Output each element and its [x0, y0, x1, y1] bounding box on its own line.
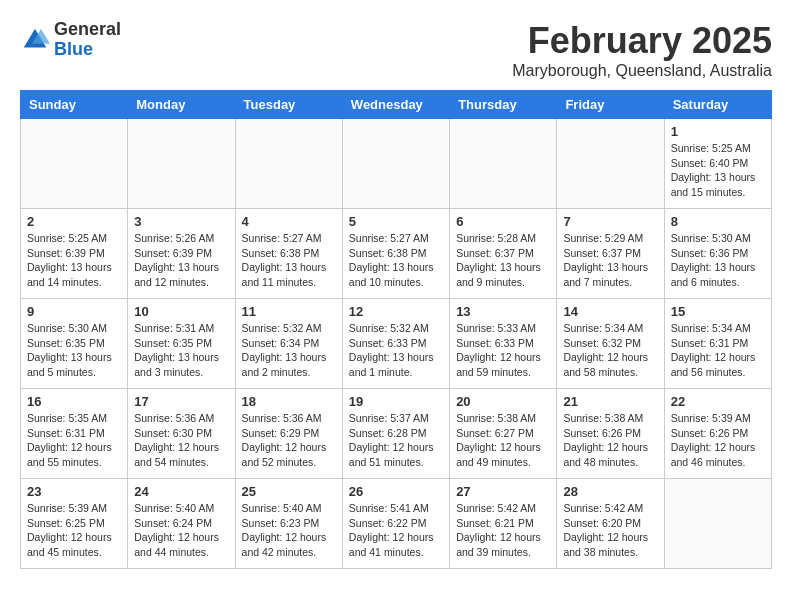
day-info: Sunrise: 5:26 AM Sunset: 6:39 PM Dayligh… [134, 231, 228, 290]
day-number: 27 [456, 484, 550, 499]
calendar-cell: 12Sunrise: 5:32 AM Sunset: 6:33 PM Dayli… [342, 299, 449, 389]
day-number: 8 [671, 214, 765, 229]
day-number: 28 [563, 484, 657, 499]
day-number: 5 [349, 214, 443, 229]
calendar-cell: 6Sunrise: 5:28 AM Sunset: 6:37 PM Daylig… [450, 209, 557, 299]
calendar-cell [235, 119, 342, 209]
logo-blue-text: Blue [54, 39, 93, 59]
page-header: General Blue February 2025 Maryborough, … [20, 20, 772, 80]
day-info: Sunrise: 5:37 AM Sunset: 6:28 PM Dayligh… [349, 411, 443, 470]
day-info: Sunrise: 5:42 AM Sunset: 6:21 PM Dayligh… [456, 501, 550, 560]
day-info: Sunrise: 5:28 AM Sunset: 6:37 PM Dayligh… [456, 231, 550, 290]
calendar-cell: 25Sunrise: 5:40 AM Sunset: 6:23 PM Dayli… [235, 479, 342, 569]
day-info: Sunrise: 5:35 AM Sunset: 6:31 PM Dayligh… [27, 411, 121, 470]
day-info: Sunrise: 5:39 AM Sunset: 6:26 PM Dayligh… [671, 411, 765, 470]
calendar-cell [21, 119, 128, 209]
weekday-header-wednesday: Wednesday [342, 91, 449, 119]
day-info: Sunrise: 5:40 AM Sunset: 6:24 PM Dayligh… [134, 501, 228, 560]
calendar-cell: 7Sunrise: 5:29 AM Sunset: 6:37 PM Daylig… [557, 209, 664, 299]
day-number: 17 [134, 394, 228, 409]
day-number: 10 [134, 304, 228, 319]
day-info: Sunrise: 5:34 AM Sunset: 6:31 PM Dayligh… [671, 321, 765, 380]
weekday-header-sunday: Sunday [21, 91, 128, 119]
calendar-cell [342, 119, 449, 209]
day-number: 11 [242, 304, 336, 319]
calendar-table: SundayMondayTuesdayWednesdayThursdayFrid… [20, 90, 772, 569]
calendar-cell: 23Sunrise: 5:39 AM Sunset: 6:25 PM Dayli… [21, 479, 128, 569]
day-info: Sunrise: 5:25 AM Sunset: 6:39 PM Dayligh… [27, 231, 121, 290]
calendar-cell: 5Sunrise: 5:27 AM Sunset: 6:38 PM Daylig… [342, 209, 449, 299]
calendar-cell [557, 119, 664, 209]
location-title: Maryborough, Queensland, Australia [512, 62, 772, 80]
day-number: 22 [671, 394, 765, 409]
weekday-header-thursday: Thursday [450, 91, 557, 119]
day-number: 2 [27, 214, 121, 229]
day-info: Sunrise: 5:34 AM Sunset: 6:32 PM Dayligh… [563, 321, 657, 380]
day-info: Sunrise: 5:39 AM Sunset: 6:25 PM Dayligh… [27, 501, 121, 560]
day-info: Sunrise: 5:27 AM Sunset: 6:38 PM Dayligh… [349, 231, 443, 290]
calendar-week-5: 23Sunrise: 5:39 AM Sunset: 6:25 PM Dayli… [21, 479, 772, 569]
day-info: Sunrise: 5:29 AM Sunset: 6:37 PM Dayligh… [563, 231, 657, 290]
logo-icon [20, 25, 50, 55]
calendar-week-4: 16Sunrise: 5:35 AM Sunset: 6:31 PM Dayli… [21, 389, 772, 479]
calendar-week-3: 9Sunrise: 5:30 AM Sunset: 6:35 PM Daylig… [21, 299, 772, 389]
calendar-cell: 14Sunrise: 5:34 AM Sunset: 6:32 PM Dayli… [557, 299, 664, 389]
calendar-cell: 20Sunrise: 5:38 AM Sunset: 6:27 PM Dayli… [450, 389, 557, 479]
day-info: Sunrise: 5:32 AM Sunset: 6:34 PM Dayligh… [242, 321, 336, 380]
calendar-cell: 18Sunrise: 5:36 AM Sunset: 6:29 PM Dayli… [235, 389, 342, 479]
calendar-week-1: 1Sunrise: 5:25 AM Sunset: 6:40 PM Daylig… [21, 119, 772, 209]
calendar-cell: 17Sunrise: 5:36 AM Sunset: 6:30 PM Dayli… [128, 389, 235, 479]
day-number: 16 [27, 394, 121, 409]
calendar-week-2: 2Sunrise: 5:25 AM Sunset: 6:39 PM Daylig… [21, 209, 772, 299]
calendar-cell: 8Sunrise: 5:30 AM Sunset: 6:36 PM Daylig… [664, 209, 771, 299]
day-info: Sunrise: 5:36 AM Sunset: 6:30 PM Dayligh… [134, 411, 228, 470]
day-number: 3 [134, 214, 228, 229]
day-info: Sunrise: 5:32 AM Sunset: 6:33 PM Dayligh… [349, 321, 443, 380]
day-info: Sunrise: 5:30 AM Sunset: 6:35 PM Dayligh… [27, 321, 121, 380]
logo: General Blue [20, 20, 121, 60]
calendar-cell: 3Sunrise: 5:26 AM Sunset: 6:39 PM Daylig… [128, 209, 235, 299]
day-number: 12 [349, 304, 443, 319]
calendar-cell: 22Sunrise: 5:39 AM Sunset: 6:26 PM Dayli… [664, 389, 771, 479]
title-block: February 2025 Maryborough, Queensland, A… [512, 20, 772, 80]
calendar-cell: 27Sunrise: 5:42 AM Sunset: 6:21 PM Dayli… [450, 479, 557, 569]
calendar-cell: 1Sunrise: 5:25 AM Sunset: 6:40 PM Daylig… [664, 119, 771, 209]
day-number: 6 [456, 214, 550, 229]
day-info: Sunrise: 5:38 AM Sunset: 6:26 PM Dayligh… [563, 411, 657, 470]
day-info: Sunrise: 5:40 AM Sunset: 6:23 PM Dayligh… [242, 501, 336, 560]
calendar-cell: 16Sunrise: 5:35 AM Sunset: 6:31 PM Dayli… [21, 389, 128, 479]
calendar-cell: 26Sunrise: 5:41 AM Sunset: 6:22 PM Dayli… [342, 479, 449, 569]
weekday-header-monday: Monday [128, 91, 235, 119]
calendar-cell: 11Sunrise: 5:32 AM Sunset: 6:34 PM Dayli… [235, 299, 342, 389]
day-number: 25 [242, 484, 336, 499]
calendar-cell: 15Sunrise: 5:34 AM Sunset: 6:31 PM Dayli… [664, 299, 771, 389]
calendar-cell: 10Sunrise: 5:31 AM Sunset: 6:35 PM Dayli… [128, 299, 235, 389]
day-number: 9 [27, 304, 121, 319]
month-title: February 2025 [512, 20, 772, 62]
day-info: Sunrise: 5:38 AM Sunset: 6:27 PM Dayligh… [456, 411, 550, 470]
calendar-cell [664, 479, 771, 569]
day-info: Sunrise: 5:30 AM Sunset: 6:36 PM Dayligh… [671, 231, 765, 290]
day-number: 14 [563, 304, 657, 319]
logo-general-text: General [54, 19, 121, 39]
day-info: Sunrise: 5:36 AM Sunset: 6:29 PM Dayligh… [242, 411, 336, 470]
calendar-cell: 4Sunrise: 5:27 AM Sunset: 6:38 PM Daylig… [235, 209, 342, 299]
day-number: 24 [134, 484, 228, 499]
day-number: 15 [671, 304, 765, 319]
day-info: Sunrise: 5:42 AM Sunset: 6:20 PM Dayligh… [563, 501, 657, 560]
calendar-cell: 21Sunrise: 5:38 AM Sunset: 6:26 PM Dayli… [557, 389, 664, 479]
calendar-cell: 19Sunrise: 5:37 AM Sunset: 6:28 PM Dayli… [342, 389, 449, 479]
day-number: 13 [456, 304, 550, 319]
day-number: 4 [242, 214, 336, 229]
day-info: Sunrise: 5:25 AM Sunset: 6:40 PM Dayligh… [671, 141, 765, 200]
day-info: Sunrise: 5:31 AM Sunset: 6:35 PM Dayligh… [134, 321, 228, 380]
day-number: 7 [563, 214, 657, 229]
weekday-header-row: SundayMondayTuesdayWednesdayThursdayFrid… [21, 91, 772, 119]
calendar-cell: 13Sunrise: 5:33 AM Sunset: 6:33 PM Dayli… [450, 299, 557, 389]
weekday-header-friday: Friday [557, 91, 664, 119]
day-number: 1 [671, 124, 765, 139]
calendar-cell [450, 119, 557, 209]
calendar-cell: 9Sunrise: 5:30 AM Sunset: 6:35 PM Daylig… [21, 299, 128, 389]
day-info: Sunrise: 5:41 AM Sunset: 6:22 PM Dayligh… [349, 501, 443, 560]
day-number: 23 [27, 484, 121, 499]
